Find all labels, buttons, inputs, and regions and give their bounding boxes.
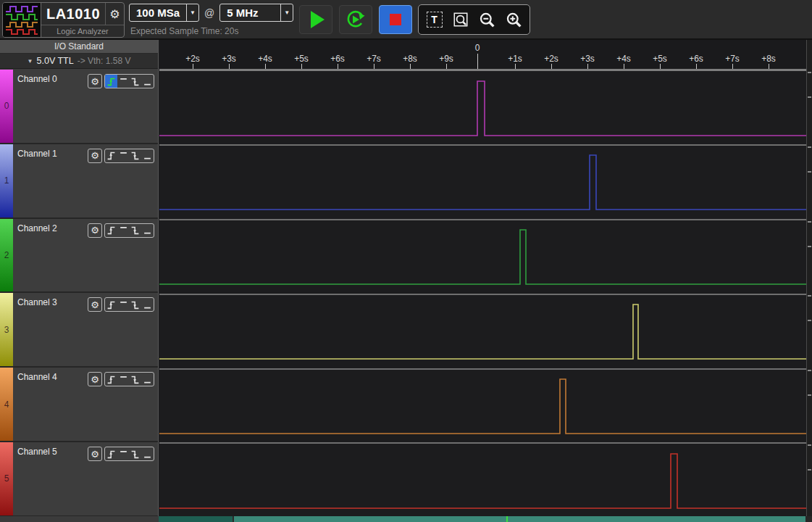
chevron-down-icon[interactable]: ▼: [186, 4, 198, 21]
channel-number: 2: [4, 250, 9, 260]
timeline-ruler[interactable]: +2s+3s+4s+5s+6s+7s+8s+9s0+1s+2s+3s+4s+5s…: [159, 40, 806, 69]
trigger-rising-edge-button[interactable]: [105, 75, 117, 88]
waveform-row-5[interactable]: [159, 444, 807, 517]
channel-label: Channel 5: [17, 447, 57, 457]
tick-label: +4s: [609, 54, 638, 64]
trigger-rising-edge-button[interactable]: [105, 298, 117, 311]
overview-view-region[interactable]: [234, 516, 805, 522]
channel-settings-button[interactable]: ⚙: [88, 149, 102, 163]
trigger-high-level-button[interactable]: [117, 75, 130, 88]
chevron-down-icon[interactable]: ▼: [280, 4, 293, 21]
trigger-high-level-button[interactable]: [117, 149, 130, 162]
channel-number: 5: [4, 473, 9, 484]
trigger-high-level-button[interactable]: [117, 298, 130, 311]
trigger-rising-edge-button[interactable]: [105, 149, 117, 162]
trigger-buttons: [104, 372, 154, 386]
trigger-rising-edge-button[interactable]: [105, 447, 117, 460]
waveform-row-4[interactable]: [159, 370, 807, 444]
trigger-low-level-button[interactable]: [141, 149, 154, 162]
trigger-buttons: [104, 149, 154, 163]
channel-color-strip: 0: [0, 70, 13, 143]
channel-settings-button[interactable]: ⚙: [88, 372, 102, 386]
channel-row-4[interactable]: 4Channel 4⚙: [0, 368, 159, 442]
tick-label: +5s: [645, 54, 674, 64]
trigger-rising-edge-button[interactable]: [105, 224, 117, 237]
channel-settings-button[interactable]: ⚙: [88, 74, 102, 88]
channel-row-1[interactable]: 1Channel 1⚙: [0, 144, 159, 219]
channel-label: Channel 3: [17, 297, 57, 307]
voltage-threshold-row[interactable]: ▼ 5.0V TTL -> Vth: 1.58 V: [0, 54, 158, 69]
waveform-row-3[interactable]: [159, 295, 807, 370]
tick-line: [477, 54, 478, 69]
waveform-row-1[interactable]: [159, 146, 807, 220]
text-tool-icon: T: [427, 12, 443, 28]
scrollbar-mark: [808, 246, 811, 247]
view-tools-group: T: [418, 4, 530, 35]
trigger-high-level-button[interactable]: [117, 224, 130, 237]
trigger-buttons: [104, 74, 154, 88]
channel-settings-button[interactable]: ⚙: [88, 447, 102, 461]
trigger-low-level-button[interactable]: [141, 447, 154, 460]
trigger-falling-edge-button[interactable]: [130, 373, 142, 386]
loop-play-icon: [344, 8, 367, 31]
overview-trigger-marker: [506, 516, 508, 522]
zoom-out-button[interactable]: [477, 9, 498, 30]
tick-label: +7s: [718, 54, 747, 64]
stop-icon: [390, 14, 401, 25]
channel-settings-button[interactable]: ⚙: [88, 223, 102, 238]
expected-sample-time: Expected Sample Time: 20s: [130, 26, 238, 36]
scrollbar-mark: [808, 221, 811, 223]
gear-icon: ⚙: [91, 449, 99, 460]
channel-row-3[interactable]: 3Channel 3⚙: [0, 293, 159, 368]
overview-outside-region[interactable]: [159, 516, 233, 522]
sample-rate-value: 5 MHz: [220, 4, 280, 21]
voltage-standard: 5.0V TTL: [37, 56, 74, 66]
overview-left-filler: [0, 516, 159, 522]
repeat-capture-button[interactable]: [339, 5, 372, 34]
at-sign: @: [204, 7, 214, 19]
start-capture-button[interactable]: [299, 5, 332, 34]
stop-capture-button[interactable]: [379, 5, 412, 34]
channel-number: 3: [4, 325, 9, 335]
channel-row-2[interactable]: 2Channel 2⚙: [0, 219, 159, 294]
trigger-low-level-button[interactable]: [141, 298, 154, 311]
trigger-falling-edge-button[interactable]: [130, 75, 142, 88]
tick-line: [374, 64, 374, 69]
trigger-high-level-button[interactable]: [117, 373, 130, 386]
trigger-low-level-button[interactable]: [141, 373, 154, 386]
text-annotation-tool-button[interactable]: T: [424, 9, 445, 30]
trigger-high-level-button[interactable]: [117, 447, 130, 460]
sample-rate-select[interactable]: 5 MHz ▼: [219, 4, 293, 22]
trigger-falling-edge-button[interactable]: [130, 224, 142, 237]
capture-overview-bar[interactable]: [0, 516, 812, 522]
trigger-falling-edge-button[interactable]: [130, 149, 142, 162]
zoom-selection-button[interactable]: [450, 9, 472, 30]
trigger-falling-edge-button[interactable]: [130, 298, 142, 311]
zoom-in-button[interactable]: [503, 9, 524, 30]
channel-row-5[interactable]: 5Channel 5⚙: [0, 442, 159, 516]
gear-icon: ⚙: [91, 150, 99, 161]
threshold-value: -> Vth: 1.58 V: [78, 56, 131, 66]
channel-label: Channel 1: [17, 149, 57, 159]
tick-label: +3s: [573, 54, 602, 64]
tick-line: [660, 64, 661, 69]
zoom-selection-icon: [452, 11, 469, 28]
tick-label: +6s: [323, 54, 352, 64]
trigger-rising-edge-button[interactable]: [105, 373, 117, 386]
tick-line: [624, 64, 624, 69]
trigger-falling-edge-button[interactable]: [130, 447, 142, 460]
trigger-low-level-button[interactable]: [141, 224, 154, 237]
waveform-row-0[interactable]: [159, 72, 807, 146]
trigger-low-level-button[interactable]: [141, 75, 154, 88]
device-settings-gear-icon[interactable]: ⚙: [105, 3, 124, 25]
io-standard-header[interactable]: I/O Standard: [0, 40, 158, 54]
waveform-row-2[interactable]: [159, 220, 807, 295]
sample-count-select[interactable]: 100 MSa ▼: [129, 4, 199, 22]
tick-label: +2s: [178, 54, 207, 64]
tick-line: [551, 64, 552, 69]
channel-row-0[interactable]: 0Channel 0⚙: [0, 70, 159, 144]
channel-settings-button[interactable]: ⚙: [88, 297, 102, 312]
tick-line: [265, 64, 266, 69]
gear-icon: ⚙: [91, 225, 99, 236]
vertical-scrollbar[interactable]: [806, 40, 812, 516]
